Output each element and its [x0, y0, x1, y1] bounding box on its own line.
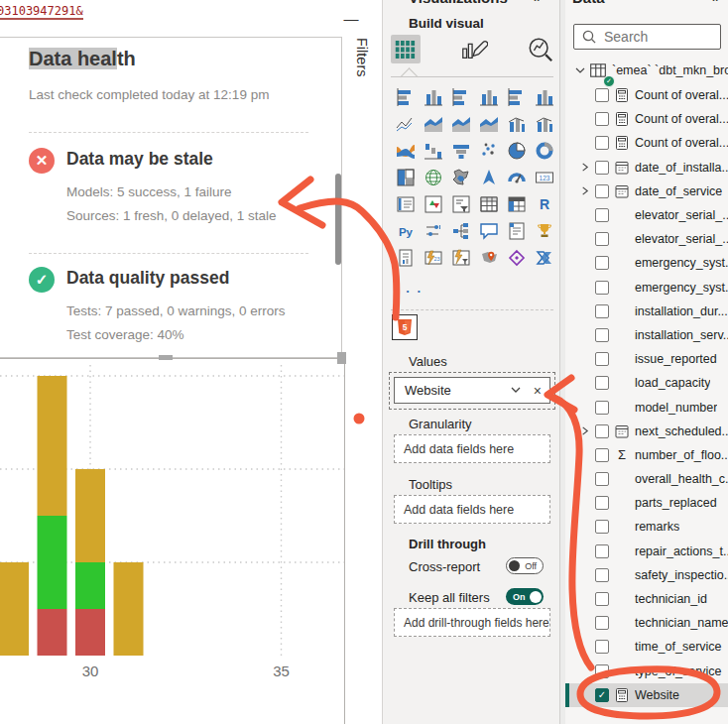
field-checkbox[interactable] [595, 161, 609, 175]
field-row-selected[interactable]: ✓Website [565, 683, 728, 707]
key-influencers-icon[interactable] [420, 217, 447, 244]
field-row[interactable]: technician_id [565, 587, 728, 611]
filters-collapse-icon[interactable]: — [341, 10, 361, 28]
field-row[interactable]: load_capacity [565, 371, 728, 395]
chevron-right-icon[interactable] [577, 184, 591, 198]
field-row[interactable]: next_scheduled... [565, 420, 728, 443]
qa-visual-icon[interactable] [475, 217, 503, 244]
field-row[interactable]: emergency_syst... [565, 276, 728, 300]
kpi-icon[interactable] [420, 190, 447, 217]
tab-analytics[interactable] [526, 35, 555, 63]
slicer-icon[interactable] [447, 190, 475, 217]
cross-report-toggle[interactable]: Off [506, 557, 544, 574]
visual-resize-handle[interactable] [337, 352, 346, 364]
field-row[interactable]: parts_replaced [565, 491, 728, 515]
drill-through-field-well[interactable]: Add drill-through fields here [394, 608, 550, 637]
field-checkbox[interactable] [595, 472, 609, 486]
field-checkbox[interactable] [595, 136, 609, 150]
field-row[interactable]: Count of overal... [565, 131, 728, 155]
stacked-column-chart-icon[interactable] [420, 83, 447, 110]
field-row[interactable]: repair_actions_t... [565, 540, 728, 563]
tooltips-field-well[interactable]: Add data fields here [394, 495, 550, 524]
field-checkbox[interactable] [595, 376, 609, 390]
field-checkbox[interactable] [595, 520, 609, 534]
field-row[interactable]: Σnumber_of_floo... [565, 443, 728, 467]
field-row[interactable]: technician_name [565, 611, 728, 635]
field-row[interactable]: elevator_serial_... [565, 227, 728, 251]
field-row[interactable]: issue_reported [565, 347, 728, 371]
granularity-field-well[interactable]: Add data fields here [394, 434, 550, 463]
field-checkbox[interactable] [595, 640, 609, 654]
field-row[interactable]: installation_serv... [565, 323, 728, 347]
field-row[interactable]: Count of overal... [565, 83, 728, 107]
field-checkbox[interactable] [595, 304, 609, 318]
smart-narrative-icon[interactable] [503, 217, 531, 244]
100-stacked-column-chart-icon[interactable] [531, 83, 558, 110]
field-checkbox[interactable] [595, 256, 609, 270]
tab-build-visual[interactable] [391, 35, 421, 63]
clustered-bar-chart-icon[interactable] [447, 83, 475, 110]
chevron-down-icon[interactable] [510, 383, 522, 399]
table-icon[interactable] [475, 190, 503, 217]
field-row[interactable]: installation_dur... [565, 300, 728, 323]
azure-map-icon[interactable] [475, 164, 503, 190]
field-checkbox[interactable] [595, 568, 609, 582]
field-row[interactable]: elevator_serial_... [565, 203, 728, 227]
field-row[interactable]: type_of_service [565, 660, 728, 683]
field-checkbox[interactable] [595, 112, 609, 126]
field-row[interactable]: date_of_installa... [565, 156, 728, 180]
area-chart-icon[interactable] [420, 110, 447, 137]
field-checkbox[interactable] [595, 592, 609, 606]
multi-row-card-icon[interactable] [392, 190, 420, 217]
values-field-well[interactable]: Website × [394, 377, 550, 404]
map-icon[interactable] [420, 164, 447, 190]
filters-pane-collapsed[interactable] [349, 0, 383, 724]
field-checkbox[interactable] [595, 88, 609, 102]
line-chart-icon[interactable] [392, 110, 420, 137]
field-row[interactable]: model_number [565, 395, 728, 419]
new-card-icon[interactable]: 23 [420, 244, 447, 271]
ribbon-chart-icon[interactable] [392, 137, 420, 164]
field-row[interactable]: emergency_syst... [565, 251, 728, 275]
field-checkbox[interactable] [595, 401, 609, 415]
power-apps-icon[interactable] [503, 244, 531, 271]
card-icon[interactable]: 123 [531, 164, 558, 190]
metrics-icon[interactable] [531, 217, 558, 244]
field-row[interactable]: overall_health_c... [565, 467, 728, 491]
waterfall-chart-icon[interactable] [420, 137, 447, 164]
100-stacked-bar-chart-icon[interactable] [503, 83, 531, 110]
clustered-column-chart-icon[interactable] [475, 83, 503, 110]
power-automate-icon[interactable] [531, 244, 558, 271]
keep-all-filters-toggle[interactable]: On [506, 588, 544, 605]
tab-format-visual[interactable] [458, 35, 488, 63]
matrix-icon[interactable] [503, 190, 531, 217]
data-collapse-icon[interactable]: » [712, 0, 728, 9]
new-slicer-icon[interactable] [447, 244, 475, 271]
field-row[interactable]: safety_inspectio... [565, 563, 728, 587]
r-script-visual-icon[interactable]: R [531, 190, 558, 217]
field-row[interactable]: remarks [565, 515, 728, 539]
field-row[interactable]: date_of_service [565, 180, 728, 203]
field-checkbox[interactable] [595, 281, 609, 295]
decomposition-tree-icon[interactable] [447, 217, 475, 244]
scatter-chart-icon[interactable] [475, 137, 503, 164]
python-visual-icon[interactable]: Py [392, 217, 420, 244]
100-stacked-area-chart-icon[interactable] [475, 110, 503, 137]
visualizations-collapse-icon[interactable]: » [534, 0, 553, 9]
chevron-down-icon[interactable] [573, 63, 587, 77]
paginated-report-icon[interactable] [392, 244, 420, 271]
field-checkbox[interactable]: ✓ [595, 688, 609, 702]
field-checkbox[interactable] [595, 664, 609, 678]
line-and-clustered-column-chart-icon[interactable] [531, 110, 558, 137]
gauge-icon[interactable] [503, 164, 531, 190]
chevron-right-icon[interactable] [577, 424, 591, 438]
treemap-icon[interactable] [392, 164, 420, 190]
field-checkbox[interactable] [595, 424, 609, 438]
pie-chart-icon[interactable] [503, 137, 531, 164]
chevron-right-icon[interactable] [577, 161, 591, 175]
visual-resize-handle[interactable] [159, 355, 173, 360]
stacked-bar-chart-icon[interactable] [392, 83, 420, 110]
search-input[interactable] [602, 28, 715, 46]
field-checkbox[interactable] [595, 544, 609, 558]
card-scrollbar-thumb[interactable] [335, 174, 341, 265]
